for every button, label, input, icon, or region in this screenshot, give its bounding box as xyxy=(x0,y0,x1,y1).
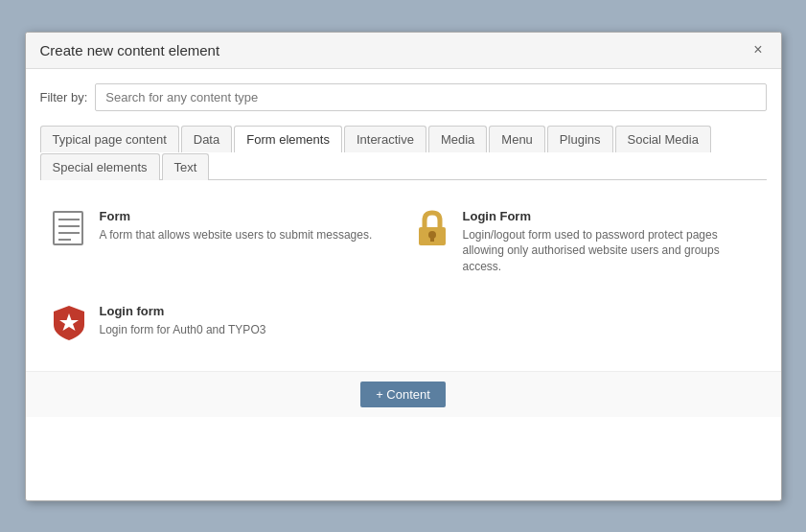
tab-media[interactable]: Media xyxy=(428,126,487,152)
form-item-desc: A form that allows website users to subm… xyxy=(100,227,373,243)
form-item-title: Form xyxy=(100,209,373,223)
modal-title: Create new content element xyxy=(40,42,220,58)
tab-social-media[interactable]: Social Media xyxy=(615,126,711,152)
close-button[interactable]: × xyxy=(749,42,766,58)
form-icon xyxy=(50,209,88,247)
login-form-item-desc: Login/logout form used to password prote… xyxy=(463,227,757,275)
tab-special-elements[interactable]: Special elements xyxy=(40,153,160,180)
list-item[interactable]: Form A form that allows website users to… xyxy=(40,195,403,289)
modal-header: Create new content element × xyxy=(26,33,781,69)
tab-typical[interactable]: Typical page content xyxy=(40,126,179,152)
tab-interactive[interactable]: Interactive xyxy=(344,126,426,152)
auth0-item-desc: Login form for Auth0 and TYPO3 xyxy=(100,322,266,338)
tab-text[interactable]: Text xyxy=(162,153,210,180)
lock-icon xyxy=(413,209,451,247)
tab-form-elements[interactable]: Form elements xyxy=(234,126,342,152)
content-grid: Form A form that allows website users to… xyxy=(40,195,767,357)
auth0-icon xyxy=(50,304,88,342)
login-form-item-title: Login Form xyxy=(463,209,757,223)
modal-body: Filter by: Typical page content Data For… xyxy=(26,69,781,371)
modal-footer: + Content xyxy=(26,371,781,417)
filter-row: Filter by: xyxy=(40,83,767,111)
filter-label: Filter by: xyxy=(40,90,88,104)
search-input[interactable] xyxy=(95,83,766,111)
tab-plugins[interactable]: Plugins xyxy=(547,126,613,152)
login-form-item-text: Login Form Login/logout form used to pas… xyxy=(463,209,757,275)
auth0-item-text: Login form Login form for Auth0 and TYPO… xyxy=(100,304,266,338)
svg-rect-7 xyxy=(430,236,434,242)
auth0-item-title: Login form xyxy=(100,304,266,318)
add-content-button[interactable]: + Content xyxy=(360,382,446,407)
tab-data[interactable]: Data xyxy=(181,126,232,152)
tabs-line1: Typical page content Data Form elements … xyxy=(40,126,767,151)
modal-overlay: Create new content element × Filter by: … xyxy=(0,0,806,532)
modal: Create new content element × Filter by: … xyxy=(25,32,782,501)
tabs-wrapper: Typical page content Data Form elements … xyxy=(40,126,767,180)
tabs-line2: Special elements Text xyxy=(40,153,767,179)
list-item[interactable]: Login form Login form for Auth0 and TYPO… xyxy=(40,289,403,357)
form-item-text: Form A form that allows website users to… xyxy=(100,209,373,243)
tab-menu[interactable]: Menu xyxy=(489,126,545,152)
list-item[interactable]: Login Form Login/logout form used to pas… xyxy=(403,195,767,289)
